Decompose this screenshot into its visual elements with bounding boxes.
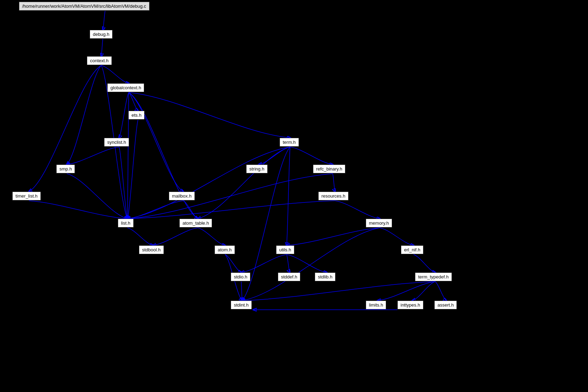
node-ets-h: ets.h <box>128 111 145 120</box>
node-resources-h: resources.h <box>318 192 349 200</box>
node-refc-binary-h: refc_binary.h <box>313 165 345 173</box>
node-context-h: context.h <box>87 56 112 65</box>
node-atom-table-h: atom_table.h <box>179 219 212 227</box>
node-stdio-h: stdio.h <box>231 272 250 281</box>
node-list-h: list.h <box>118 219 134 227</box>
node-stdbool-h: stdbool.h <box>139 245 164 254</box>
node-stdlib-h: stdlib.h <box>315 272 335 281</box>
node-stddef-h: stddef.h <box>278 272 300 281</box>
node-mailbox-h: mailbox.h <box>169 192 195 200</box>
node-assert-h: assert.h <box>434 301 457 309</box>
node-memory-h: memory.h <box>366 219 392 227</box>
node-erl-nif-h: erl_nif.h <box>401 245 423 254</box>
node-globalcontext-h: globalcontext.h <box>107 83 144 92</box>
node-limits-h: limits.h <box>366 301 386 309</box>
node-inttypes-h: inttypes.h <box>397 301 423 309</box>
node-synclist-h: synclist.h <box>104 138 129 147</box>
node-atom-h: atom.h <box>215 245 235 254</box>
node-debug-h: debug.h <box>90 30 113 39</box>
node-string-h: string.h <box>246 165 268 173</box>
node-term-typedef-h: term_typedef.h <box>415 272 452 281</box>
node-smp-h: smp.h <box>56 165 75 173</box>
node-utils-h: utils.h <box>276 245 294 254</box>
node-term-h: term.h <box>280 138 299 147</box>
node-stdint-h: stdint.h <box>231 301 252 309</box>
node-debug-c: /home/runner/work/AtomVM/AtomVM/src/libA… <box>19 2 149 11</box>
node-timer-list-h: timer_list.h <box>12 192 41 200</box>
